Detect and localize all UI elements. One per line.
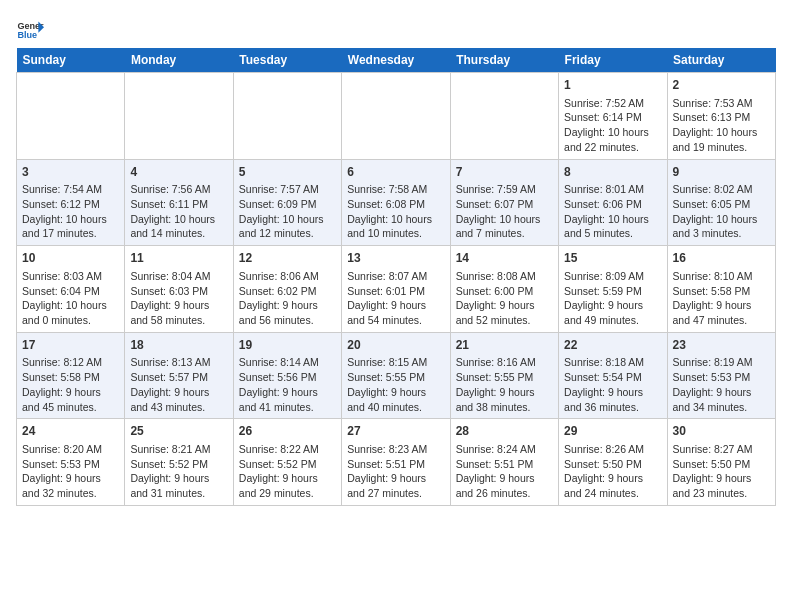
sunrise-text: Sunrise: 8:03 AM: [22, 270, 102, 282]
daylight-text: Daylight: 10 hours and 12 minutes.: [239, 213, 324, 240]
sunset-text: Sunset: 5:51 PM: [347, 458, 425, 470]
day-number: 24: [22, 423, 119, 440]
calendar-cell: 29Sunrise: 8:26 AMSunset: 5:50 PMDayligh…: [559, 419, 667, 506]
sunrise-text: Sunrise: 8:18 AM: [564, 356, 644, 368]
calendar-cell: 9Sunrise: 8:02 AMSunset: 6:05 PMDaylight…: [667, 159, 775, 246]
day-number: 11: [130, 250, 227, 267]
calendar-cell: [233, 73, 341, 160]
week-row-1: 1Sunrise: 7:52 AMSunset: 6:14 PMDaylight…: [17, 73, 776, 160]
calendar-cell: 1Sunrise: 7:52 AMSunset: 6:14 PMDaylight…: [559, 73, 667, 160]
sunset-text: Sunset: 6:00 PM: [456, 285, 534, 297]
svg-text:Blue: Blue: [17, 30, 37, 40]
sunrise-text: Sunrise: 8:12 AM: [22, 356, 102, 368]
calendar-cell: 8Sunrise: 8:01 AMSunset: 6:06 PMDaylight…: [559, 159, 667, 246]
calendar-cell: 19Sunrise: 8:14 AMSunset: 5:56 PMDayligh…: [233, 332, 341, 419]
sunset-text: Sunset: 5:53 PM: [22, 458, 100, 470]
calendar-cell: 12Sunrise: 8:06 AMSunset: 6:02 PMDayligh…: [233, 246, 341, 333]
calendar-cell: 24Sunrise: 8:20 AMSunset: 5:53 PMDayligh…: [17, 419, 125, 506]
calendar-cell: 20Sunrise: 8:15 AMSunset: 5:55 PMDayligh…: [342, 332, 450, 419]
weekday-header-row: SundayMondayTuesdayWednesdayThursdayFrid…: [17, 48, 776, 73]
day-number: 19: [239, 337, 336, 354]
header: General Blue: [16, 16, 776, 44]
calendar-cell: [17, 73, 125, 160]
calendar-cell: 15Sunrise: 8:09 AMSunset: 5:59 PMDayligh…: [559, 246, 667, 333]
daylight-text: Daylight: 10 hours and 17 minutes.: [22, 213, 107, 240]
sunrise-text: Sunrise: 8:08 AM: [456, 270, 536, 282]
sunset-text: Sunset: 5:58 PM: [673, 285, 751, 297]
calendar-cell: 22Sunrise: 8:18 AMSunset: 5:54 PMDayligh…: [559, 332, 667, 419]
week-row-3: 10Sunrise: 8:03 AMSunset: 6:04 PMDayligh…: [17, 246, 776, 333]
sunset-text: Sunset: 5:50 PM: [673, 458, 751, 470]
sunset-text: Sunset: 6:06 PM: [564, 198, 642, 210]
calendar-cell: 21Sunrise: 8:16 AMSunset: 5:55 PMDayligh…: [450, 332, 558, 419]
daylight-text: Daylight: 9 hours and 23 minutes.: [673, 472, 752, 499]
sunset-text: Sunset: 5:55 PM: [347, 371, 425, 383]
weekday-header-thursday: Thursday: [450, 48, 558, 73]
daylight-text: Daylight: 10 hours and 7 minutes.: [456, 213, 541, 240]
daylight-text: Daylight: 9 hours and 58 minutes.: [130, 299, 209, 326]
sunrise-text: Sunrise: 8:13 AM: [130, 356, 210, 368]
sunset-text: Sunset: 5:54 PM: [564, 371, 642, 383]
weekday-header-sunday: Sunday: [17, 48, 125, 73]
daylight-text: Daylight: 9 hours and 26 minutes.: [456, 472, 535, 499]
sunset-text: Sunset: 5:51 PM: [456, 458, 534, 470]
sunrise-text: Sunrise: 8:02 AM: [673, 183, 753, 195]
sunrise-text: Sunrise: 8:26 AM: [564, 443, 644, 455]
daylight-text: Daylight: 9 hours and 56 minutes.: [239, 299, 318, 326]
daylight-text: Daylight: 10 hours and 5 minutes.: [564, 213, 649, 240]
daylight-text: Daylight: 9 hours and 34 minutes.: [673, 386, 752, 413]
calendar-cell: 25Sunrise: 8:21 AMSunset: 5:52 PMDayligh…: [125, 419, 233, 506]
calendar-cell: 13Sunrise: 8:07 AMSunset: 6:01 PMDayligh…: [342, 246, 450, 333]
daylight-text: Daylight: 9 hours and 29 minutes.: [239, 472, 318, 499]
daylight-text: Daylight: 10 hours and 0 minutes.: [22, 299, 107, 326]
sunset-text: Sunset: 5:56 PM: [239, 371, 317, 383]
daylight-text: Daylight: 9 hours and 32 minutes.: [22, 472, 101, 499]
sunset-text: Sunset: 6:07 PM: [456, 198, 534, 210]
calendar-cell: [125, 73, 233, 160]
sunrise-text: Sunrise: 7:52 AM: [564, 97, 644, 109]
sunrise-text: Sunrise: 8:24 AM: [456, 443, 536, 455]
calendar-cell: 28Sunrise: 8:24 AMSunset: 5:51 PMDayligh…: [450, 419, 558, 506]
sunset-text: Sunset: 6:12 PM: [22, 198, 100, 210]
sunset-text: Sunset: 6:01 PM: [347, 285, 425, 297]
sunrise-text: Sunrise: 8:27 AM: [673, 443, 753, 455]
calendar-cell: [450, 73, 558, 160]
sunset-text: Sunset: 5:58 PM: [22, 371, 100, 383]
day-number: 8: [564, 164, 661, 181]
sunrise-text: Sunrise: 7:53 AM: [673, 97, 753, 109]
weekday-header-friday: Friday: [559, 48, 667, 73]
day-number: 17: [22, 337, 119, 354]
day-number: 4: [130, 164, 227, 181]
day-number: 27: [347, 423, 444, 440]
calendar-cell: 23Sunrise: 8:19 AMSunset: 5:53 PMDayligh…: [667, 332, 775, 419]
sunset-text: Sunset: 6:04 PM: [22, 285, 100, 297]
daylight-text: Daylight: 10 hours and 22 minutes.: [564, 126, 649, 153]
day-number: 25: [130, 423, 227, 440]
day-number: 12: [239, 250, 336, 267]
daylight-text: Daylight: 9 hours and 41 minutes.: [239, 386, 318, 413]
day-number: 5: [239, 164, 336, 181]
sunrise-text: Sunrise: 8:10 AM: [673, 270, 753, 282]
calendar-table: SundayMondayTuesdayWednesdayThursdayFrid…: [16, 48, 776, 506]
sunrise-text: Sunrise: 7:56 AM: [130, 183, 210, 195]
calendar-cell: 5Sunrise: 7:57 AMSunset: 6:09 PMDaylight…: [233, 159, 341, 246]
daylight-text: Daylight: 10 hours and 3 minutes.: [673, 213, 758, 240]
sunrise-text: Sunrise: 8:09 AM: [564, 270, 644, 282]
day-number: 10: [22, 250, 119, 267]
sunrise-text: Sunrise: 7:57 AM: [239, 183, 319, 195]
daylight-text: Daylight: 9 hours and 38 minutes.: [456, 386, 535, 413]
sunset-text: Sunset: 6:09 PM: [239, 198, 317, 210]
logo-icon: General Blue: [16, 16, 44, 44]
daylight-text: Daylight: 9 hours and 45 minutes.: [22, 386, 101, 413]
sunrise-text: Sunrise: 7:59 AM: [456, 183, 536, 195]
daylight-text: Daylight: 9 hours and 54 minutes.: [347, 299, 426, 326]
day-number: 16: [673, 250, 770, 267]
sunrise-text: Sunrise: 8:23 AM: [347, 443, 427, 455]
calendar-cell: 2Sunrise: 7:53 AMSunset: 6:13 PMDaylight…: [667, 73, 775, 160]
daylight-text: Daylight: 9 hours and 27 minutes.: [347, 472, 426, 499]
sunrise-text: Sunrise: 8:06 AM: [239, 270, 319, 282]
calendar-cell: 26Sunrise: 8:22 AMSunset: 5:52 PMDayligh…: [233, 419, 341, 506]
calendar-cell: 6Sunrise: 7:58 AMSunset: 6:08 PMDaylight…: [342, 159, 450, 246]
weekday-header-tuesday: Tuesday: [233, 48, 341, 73]
calendar-cell: 14Sunrise: 8:08 AMSunset: 6:00 PMDayligh…: [450, 246, 558, 333]
